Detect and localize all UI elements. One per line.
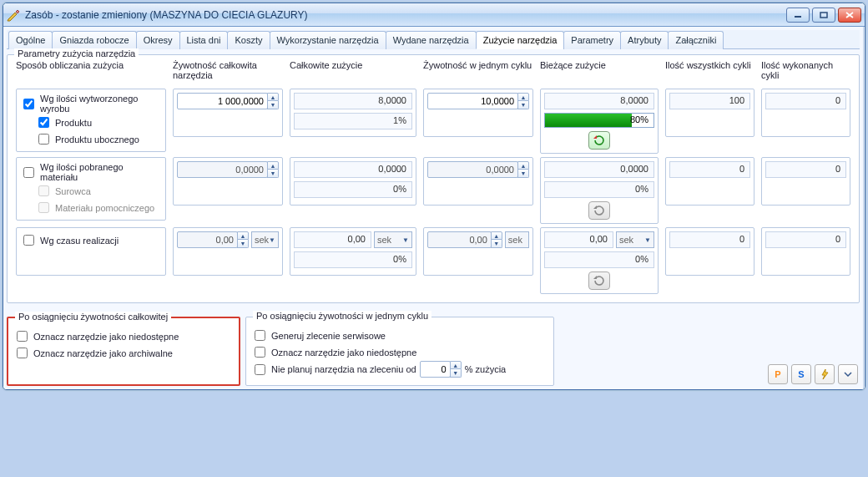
col-total-cycles: Ilość wszystkich cykli [662,58,758,87]
minimize-button[interactable] [786,8,810,23]
footer-lightning-button[interactable] [815,364,835,384]
total-usage-value: 0,00 [294,231,371,248]
group-title: Parametry zużycia narzędzia [14,48,139,58]
tab-6[interactable]: Wydane narzędzia [386,31,477,49]
col-current-usage: Bieżące zużycie [537,58,662,87]
col-total-life: Żywotność całkowita narzędzia [169,58,286,87]
current-usage-pct: 0% [544,251,654,268]
on-cycle-life-title: Po osiągnięciu żywotności w jednym cyklu [253,311,431,321]
right-sidebar [863,27,865,389]
reset-usage-icon [588,271,610,290]
current-usage-value: 8,0000 [544,93,654,109]
on-cycle-life-group: Po osiągnięciu żywotności w jednym cyklu… [245,317,554,386]
method-main[interactable]: Wg ilości wytworzonego wyrobu [20,94,162,114]
spin-down[interactable]: ▼ [267,101,279,109]
svg-rect-1 [820,13,827,18]
tab-4[interactable]: Koszty [227,31,270,49]
spin-down: ▼ [517,170,529,178]
current-usage-pct: 0% [544,181,654,198]
current-usage-value: 0,00 [544,231,613,248]
app-icon [7,8,20,22]
total-usage-pct: 0% [294,251,412,268]
sub-option[interactable]: Produktu ubocznego [35,131,162,147]
reset-usage-icon[interactable] [588,131,610,150]
total-cycles-value: 100 [669,93,750,109]
on-total-life-group: Po osiągnięciu żywotności całkowitej Ozn… [7,317,240,386]
footer-p-button[interactable]: P [768,364,788,384]
spin-up[interactable]: ▲ [267,93,279,101]
tab-0[interactable]: Ogólne [8,31,53,49]
unit-select: sek▼ [374,231,412,248]
cycle-life-opt-unavailable[interactable]: Oznacz narzędzie jako niedostępne [251,344,548,360]
tab-9[interactable]: Atrybuty [620,31,669,49]
spin-up[interactable]: ▲ [450,361,462,369]
spin-up: ▲ [491,231,502,240]
total-usage-value: 0,0000 [294,161,412,178]
total-life-input[interactable] [177,93,268,109]
sub-option: Surowca [35,183,162,199]
tab-8[interactable]: Parametry [563,31,621,49]
total-usage-pct: 0% [294,181,412,198]
method-main[interactable]: Wg czasu realizacji [20,232,162,248]
tab-10[interactable]: Załączniki [668,31,724,49]
total-cycles-value: 0 [669,231,750,248]
total-life-input [177,161,268,178]
close-button[interactable] [838,8,861,23]
main-area: OgólneGniazda roboczeOkresyLista dniKosz… [3,27,863,389]
sub-option: Materiału pomocniczego [35,200,162,216]
unit-select: sek [505,231,529,248]
tab-7[interactable]: Zużycie narzędzia [476,31,565,49]
cycle-life-input[interactable] [427,93,518,109]
tab-2[interactable]: Okresy [136,31,180,49]
spin-up: ▲ [237,231,249,240]
footer-chevron-button[interactable] [838,364,858,384]
spin-down: ▼ [237,240,249,248]
sub-option[interactable]: Produktu [35,114,162,130]
cycle-life-opt-noplan[interactable]: Nie planuj narzędzia na zleceniu od ▲▼ %… [251,361,548,378]
reset-usage-icon [588,201,610,220]
titlebar: Zasób - zostanie zmieniony (MASZYNA DO C… [3,3,865,27]
maximize-button[interactable] [812,8,835,23]
total-life-opt-unavailable[interactable]: Oznacz narzędzie jako niedostępne [13,328,234,344]
done-cycles-value: 0 [765,161,846,178]
total-life-input [177,231,238,248]
footer-s-button[interactable]: S [791,364,811,384]
current-usage-value: 0,0000 [544,161,654,178]
cycle-life-input [427,231,492,248]
col-total-usage: Całkowite zużycie [286,58,420,87]
col-cycle-life: Żywotność w jednym cyklu [420,58,537,87]
on-total-life-title: Po osiągnięciu żywotności całkowitej [15,312,171,322]
tab-1[interactable]: Gniazda robocze [52,31,136,49]
spin-up: ▲ [517,161,529,170]
tab-5[interactable]: Wykorzystanie narzędzia [270,31,386,49]
col-method: Sposób obliczania zużycia [13,58,169,87]
current-usage-progress: 80% [544,113,654,128]
done-cycles-value: 0 [765,231,846,248]
svg-rect-0 [795,16,801,18]
tabs: OgólneGniazda roboczeOkresyLista dniKosz… [7,30,860,49]
unit-select: sek▼ [251,231,279,248]
total-life-opt-archive[interactable]: Oznacz narzędzie jako archiwalne [13,345,234,361]
tab-3[interactable]: Lista dni [179,31,229,49]
method-main[interactable]: Wg ilości pobranego materiału [20,162,162,182]
noplan-percent-input[interactable] [420,361,451,378]
spin-down[interactable]: ▼ [517,101,529,109]
spin-up: ▲ [267,161,279,170]
total-cycles-value: 0 [669,161,750,178]
spin-down: ▼ [491,240,502,248]
spin-down: ▼ [267,170,279,178]
total-usage-value: 8,0000 [294,93,412,109]
done-cycles-value: 0 [765,93,846,109]
cycle-life-input [427,161,518,178]
spin-down[interactable]: ▼ [450,369,462,378]
window: Zasób - zostanie zmieniony (MASZYNA DO C… [3,3,865,390]
spin-up[interactable]: ▲ [517,93,529,101]
total-usage-pct: 1% [294,113,412,129]
tool-wear-group: Parametry zużycia narzędzia Sposób oblic… [7,54,860,303]
window-title: Zasób - zostanie zmieniony (MASZYNA DO C… [25,9,786,21]
unit-select: sek▼ [616,231,654,248]
col-done-cycles: Ilość wykonanych cykli [758,58,854,87]
cycle-life-opt-service[interactable]: Generuj zlecenie serwisowe [251,327,548,343]
